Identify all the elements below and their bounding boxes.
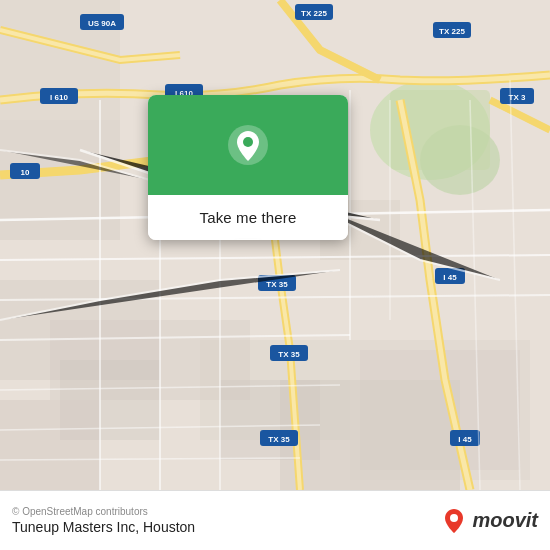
moovit-wordmark: moovit xyxy=(472,509,538,532)
svg-text:TX 225: TX 225 xyxy=(301,9,327,18)
location-popup: Take me there xyxy=(148,95,348,240)
map-svg: I 610 I 610 US 90A TX 225 TX 225 10 TX 3… xyxy=(0,0,550,490)
footer-bar: © OpenStreetMap contributors Tuneup Mast… xyxy=(0,490,550,550)
map-container: I 610 I 610 US 90A TX 225 TX 225 10 TX 3… xyxy=(0,0,550,490)
svg-text:10: 10 xyxy=(21,168,30,177)
moovit-logo: moovit xyxy=(440,507,538,535)
map-attribution: © OpenStreetMap contributors xyxy=(12,506,195,517)
svg-point-56 xyxy=(450,514,458,522)
svg-text:TX 35: TX 35 xyxy=(278,350,300,359)
svg-text:I 45: I 45 xyxy=(443,273,457,282)
svg-text:US 90A: US 90A xyxy=(88,19,116,28)
svg-rect-2 xyxy=(0,120,120,240)
location-pin-icon xyxy=(226,123,270,167)
svg-text:I 610: I 610 xyxy=(50,93,68,102)
popup-header xyxy=(148,95,348,195)
svg-text:TX 225: TX 225 xyxy=(439,27,465,36)
footer-info: © OpenStreetMap contributors Tuneup Mast… xyxy=(12,506,195,535)
svg-point-55 xyxy=(243,137,253,147)
location-title: Tuneup Masters Inc, Houston xyxy=(12,519,195,535)
popup-tail xyxy=(236,239,260,240)
svg-rect-11 xyxy=(220,380,320,460)
svg-text:I 45: I 45 xyxy=(458,435,472,444)
svg-text:TX 35: TX 35 xyxy=(268,435,290,444)
svg-text:TX 35: TX 35 xyxy=(266,280,288,289)
moovit-pin-icon xyxy=(440,507,468,535)
svg-rect-13 xyxy=(0,400,100,490)
take-me-there-button[interactable]: Take me there xyxy=(148,195,348,240)
